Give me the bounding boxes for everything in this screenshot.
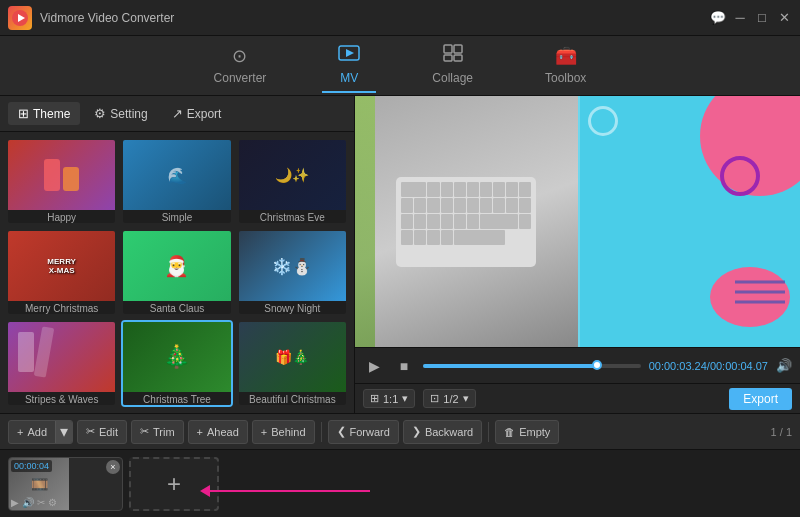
theme-icon: ⊞ [18, 106, 29, 121]
add-dropdown-arrow[interactable]: ▾ [55, 420, 72, 444]
theme-item-christmas-tree[interactable]: 🎄 Christmas Tree [121, 320, 232, 407]
aspect-ratio-select[interactable]: ⊡ 1/2 ▾ [423, 389, 475, 408]
subtab-theme-label: Theme [33, 107, 70, 121]
subtab-setting-label: Setting [110, 107, 147, 121]
theme-thumb-happy [8, 140, 115, 210]
clip-edit-icon[interactable]: ⚙ [48, 497, 57, 508]
theme-item-beautiful-christmas[interactable]: 🎁🎄 Beautiful Christmas [237, 320, 348, 407]
zoom-controls: ⊞ 1:1 ▾ ⊡ 1/2 ▾ Export [355, 383, 800, 413]
theme-label-merry-christmas: Merry Christmas [8, 301, 115, 316]
theme-thumb-beautiful: 🎁🎄 [239, 322, 346, 392]
subtab-export-label: Export [187, 107, 222, 121]
forward-button[interactable]: ❮ Forward [328, 420, 399, 444]
progress-fill [423, 364, 597, 368]
tab-mv[interactable]: MV [322, 38, 376, 93]
theme-item-santa-claus[interactable]: 🎅 Santa Claus [121, 229, 232, 316]
time-display: 00:00:03.24/00:00:04.07 [649, 360, 768, 372]
edit-button[interactable]: ✂ Edit [77, 420, 127, 444]
toolbox-icon: 🧰 [555, 45, 577, 67]
toolbar-separator [321, 422, 322, 442]
forward-label: Forward [350, 426, 390, 438]
theme-thumb-simple: 🌊 [123, 140, 230, 210]
subtab-setting[interactable]: ⚙ Setting [84, 102, 157, 125]
trim-button[interactable]: ✂ Trim [131, 420, 184, 444]
arrow-line [210, 490, 370, 492]
theme-label-stripes-waves: Stripes & Waves [8, 392, 115, 407]
tab-converter[interactable]: ⊙ Converter [198, 39, 283, 93]
maximize-button[interactable]: □ [754, 10, 770, 26]
add-label: Add [27, 426, 47, 438]
svg-rect-4 [444, 45, 452, 53]
deco-lines-svg [735, 272, 785, 322]
progress-bar[interactable] [423, 364, 641, 368]
theme-thumb-santa: 🎅 [123, 231, 230, 301]
zoom-ratio-select[interactable]: ⊞ 1:1 ▾ [363, 389, 415, 408]
minimize-button[interactable]: ─ [732, 10, 748, 26]
subtab-theme[interactable]: ⊞ Theme [8, 102, 80, 125]
theme-thumb-christmas: 🌙✨ [239, 140, 346, 210]
play-button[interactable]: ▶ [363, 355, 385, 377]
preview-right [578, 96, 801, 347]
add-clip-button[interactable]: + [129, 457, 219, 511]
page-indicator: 1 / 1 [771, 426, 792, 438]
theme-thumb-stripes [8, 322, 115, 392]
theme-item-stripes-waves[interactable]: Stripes & Waves [6, 320, 117, 407]
zoom-ratio-label: 1:1 [383, 393, 398, 405]
pink-arrow-indicator [200, 485, 370, 497]
app-title: Vidmore Video Converter [40, 11, 710, 25]
theme-item-merry-christmas[interactable]: MERRY X-MAS Merry Christmas [6, 229, 117, 316]
export-button[interactable]: Export [729, 388, 792, 410]
timeline-area: 🎞️ 00:00:04 × ▶ 🔊 ✂ ⚙ + [0, 449, 800, 517]
add-button-group: + Add ▾ [8, 420, 73, 444]
close-button[interactable]: ✕ [776, 10, 792, 26]
tab-collage-label: Collage [432, 71, 473, 85]
timeline-clip-1: 🎞️ 00:00:04 × ▶ 🔊 ✂ ⚙ [8, 457, 123, 511]
backward-button[interactable]: ❯ Backward [403, 420, 482, 444]
zoom-icon: ⊞ [370, 392, 379, 405]
clip-play-icon[interactable]: ▶ [11, 497, 19, 508]
mv-icon [338, 44, 360, 67]
converter-icon: ⊙ [232, 45, 247, 67]
backward-icon: ❯ [412, 425, 421, 438]
theme-item-simple[interactable]: 🌊 Simple [121, 138, 232, 225]
ahead-button[interactable]: + Ahead [188, 420, 248, 444]
theme-label-christmas-eve: Christmas Eve [239, 210, 346, 225]
sub-tabs: ⊞ Theme ⚙ Setting ↗ Export [0, 96, 354, 132]
chat-button[interactable]: 💬 [710, 10, 726, 26]
main-content: ⊞ Theme ⚙ Setting ↗ Export [0, 96, 800, 413]
title-bar: Vidmore Video Converter 💬 ─ □ ✕ [0, 0, 800, 36]
volume-icon[interactable]: 🔊 [776, 358, 792, 373]
behind-button[interactable]: + Behind [252, 420, 315, 444]
theme-item-snowy-night[interactable]: ❄️⛄ Snowy Night [237, 229, 348, 316]
clip-close-button-1[interactable]: × [106, 460, 120, 474]
empty-label: Empty [519, 426, 550, 438]
tab-collage[interactable]: Collage [416, 38, 489, 93]
time-total: 00:00:04.07 [710, 360, 768, 372]
theme-item-christmas-eve[interactable]: 🌙✨ Christmas Eve [237, 138, 348, 225]
setting-icon: ⚙ [94, 106, 106, 121]
add-button[interactable]: + Add [9, 420, 55, 444]
stop-button[interactable]: ■ [393, 355, 415, 377]
svg-rect-6 [444, 55, 452, 61]
behind-label: Behind [271, 426, 305, 438]
backward-label: Backward [425, 426, 473, 438]
trim-label: Trim [153, 426, 175, 438]
theme-item-happy[interactable]: Happy [6, 138, 117, 225]
clip-cut-icon[interactable]: ✂ [37, 497, 45, 508]
time-current: 00:00:03.24 [649, 360, 707, 372]
bottom-toolbar: + Add ▾ ✂ Edit ✂ Trim + Ahead + Behind ❮… [0, 413, 800, 449]
empty-button[interactable]: 🗑 Empty [495, 420, 559, 444]
tab-toolbox-label: Toolbox [545, 71, 586, 85]
left-panel: ⊞ Theme ⚙ Setting ↗ Export [0, 96, 355, 413]
svg-rect-7 [454, 55, 462, 61]
deco-shape3 [720, 156, 760, 196]
subtab-export[interactable]: ↗ Export [162, 102, 232, 125]
collage-icon [443, 44, 463, 67]
aspect-icon: ⊡ [430, 392, 439, 405]
aspect-ratio-label: 1/2 [443, 393, 458, 405]
behind-icon: + [261, 426, 267, 438]
aspect-dropdown-arrow: ▾ [463, 392, 469, 405]
tab-toolbox[interactable]: 🧰 Toolbox [529, 39, 602, 93]
theme-thumb-tree: 🎄 [123, 322, 230, 392]
clip-sound-icon[interactable]: 🔊 [22, 497, 34, 508]
